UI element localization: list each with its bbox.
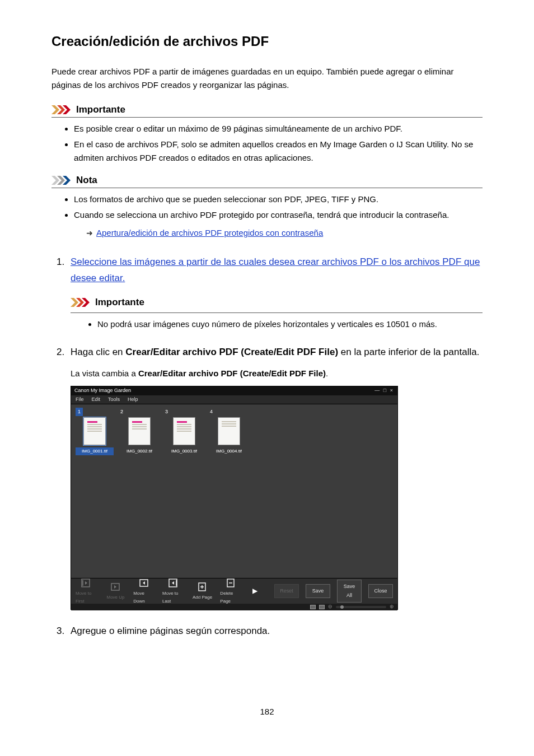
window-controls[interactable]: — □ ×: [374, 386, 394, 395]
menu-edit[interactable]: Edit: [92, 395, 101, 404]
note-callout: Nota Los formatos de archivo que se pued…: [51, 175, 483, 240]
menu-file[interactable]: File: [76, 395, 84, 404]
tool-move-down[interactable]: Move Down: [133, 577, 156, 605]
close-button[interactable]: Close: [368, 584, 393, 598]
important-icon: [51, 105, 72, 114]
app-content: 1 IMG_0001.tif 2 IMG_0002.tif 3 IMG_0003…: [71, 404, 397, 578]
intro-paragraph: Puede crear archivos PDF a partir de imá…: [51, 65, 483, 92]
important-icon: [71, 298, 91, 307]
thumb-1[interactable]: 1 IMG_0001.tif: [76, 408, 114, 575]
thumb-2[interactable]: 2 IMG_0002.tif: [120, 408, 158, 575]
step-2: Haga clic en Crear/Editar archivo PDF (C…: [67, 344, 483, 610]
important-item: En el caso de archivos PDF, solo se admi…: [74, 138, 483, 165]
note-item: Cuando se selecciona un archivo PDF prot…: [74, 208, 483, 240]
tool-move-last[interactable]: Move to Last: [162, 577, 185, 605]
step-1: Seleccione las imágenes a partir de las …: [67, 254, 483, 331]
step2-caption: La vista cambia a Crear/Editar archivo P…: [71, 366, 483, 381]
move-up-icon: [110, 581, 122, 592]
delete-page-icon: [225, 577, 237, 589]
important-item: Es posible crear o editar un máximo de 9…: [74, 122, 483, 136]
note-sublink[interactable]: Apertura/edición de archivos PDF protegi…: [96, 226, 323, 240]
svg-marker-3: [51, 176, 59, 185]
view-mode-icon[interactable]: [319, 605, 325, 609]
move-down-icon: [138, 577, 151, 589]
app-menubar: File Edit Tools Help: [71, 395, 397, 404]
menu-tools[interactable]: Tools: [108, 395, 120, 404]
page-title: Creación/edición de archivos PDF: [51, 34, 483, 49]
zoom-slider[interactable]: [336, 606, 386, 608]
move-last-icon: [167, 577, 180, 589]
tool-delete-page[interactable]: Delete Page: [220, 577, 242, 605]
note-label: Nota: [76, 175, 97, 186]
step1-important-label: Importante: [95, 295, 144, 311]
zoom-plus-icon[interactable]: ⊕: [390, 603, 394, 611]
thumb-3[interactable]: 3 IMG_0003.tif: [165, 408, 203, 575]
tool-move-first[interactable]: Move to First: [76, 577, 98, 605]
toolbar-expand-icon[interactable]: ▶: [252, 585, 257, 596]
app-screenshot: Canon My Image Garden — □ × File Edit To…: [71, 386, 398, 610]
svg-marker-6: [71, 298, 78, 307]
app-toolbar: Move to First Move Up Move Down Move to …: [71, 578, 397, 604]
page-number: 182: [51, 707, 483, 716]
add-page-icon: [196, 581, 209, 592]
tool-add-page[interactable]: Add Page: [191, 581, 214, 601]
svg-marker-0: [51, 105, 59, 114]
app-title: Canon My Image Garden: [74, 386, 131, 395]
step1-important-callout: Importante No podrá usar imágenes cuyo n…: [71, 295, 483, 331]
move-first-icon: [81, 577, 93, 589]
view-mode-icon[interactable]: [310, 605, 316, 609]
note-item: Los formatos de archivo que se pueden se…: [74, 193, 483, 206]
thumb-4[interactable]: 4 IMG_0004.tif: [210, 408, 248, 575]
step-3: Agregue o elimine páginas según correspo…: [67, 623, 483, 640]
arrow-right-icon: ➜: [86, 227, 93, 239]
note-icon: [51, 176, 72, 185]
important-label: Importante: [76, 104, 125, 115]
save-button[interactable]: Save: [306, 584, 330, 598]
tool-move-up[interactable]: Move Up: [105, 581, 127, 601]
important-callout: Importante Es posible crear o editar un …: [51, 104, 483, 165]
app-titlebar: Canon My Image Garden — □ ×: [71, 386, 397, 395]
reset-button[interactable]: Reset: [274, 584, 299, 598]
save-all-button[interactable]: Save All: [337, 580, 362, 603]
menu-help[interactable]: Help: [128, 395, 138, 404]
step1-link[interactable]: Seleccione las imágenes a partir de las …: [71, 256, 480, 283]
zoom-minus-icon[interactable]: ⊖: [328, 603, 332, 611]
step1-important-item: No podrá usar imágenes cuyo número de pí…: [97, 318, 483, 331]
